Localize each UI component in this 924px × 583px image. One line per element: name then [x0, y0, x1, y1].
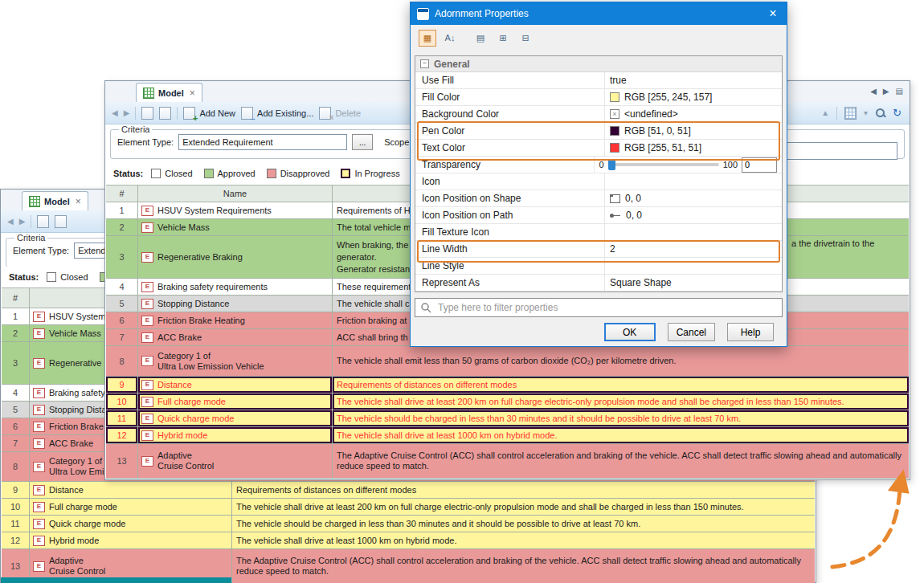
row-text: The vehicle should be charged in less th…	[232, 516, 815, 532]
scope-input[interactable]	[777, 142, 897, 160]
property-row[interactable]: Fill Texture Icon	[415, 224, 782, 241]
cancel-button[interactable]: Cancel	[668, 323, 715, 341]
table-row-adorned[interactable]: 11Quick charge modeThe vehicle should be…	[106, 410, 909, 427]
table-row-adorned[interactable]: 12Hybrid modeThe vehicle shall drive at …	[106, 427, 909, 444]
back-icon[interactable]: ◀	[7, 217, 14, 226]
requirement-icon	[33, 388, 45, 398]
transparency-slider[interactable]	[608, 163, 719, 166]
row-number: 9	[2, 482, 30, 498]
forward-icon[interactable]: ▶	[124, 108, 130, 117]
property-row[interactable]: Background Color×<undefined>	[415, 106, 782, 123]
requirement-icon	[33, 561, 45, 572]
table-row[interactable]: 9DistanceRequirements of distances on di…	[2, 482, 815, 499]
table-row[interactable]: 12Hybrid modeThe vehicle shall drive at …	[2, 532, 815, 549]
properties-grid: −General Use Filltrue Fill ColorRGB [255…	[415, 55, 783, 292]
number-column-header[interactable]: #	[2, 288, 30, 308]
search-icon[interactable]	[875, 108, 885, 118]
property-row[interactable]: Represent AsSquare Shape	[415, 275, 782, 292]
collapse-panel-icon[interactable]: ▲	[821, 108, 829, 117]
caret-down-icon[interactable]: ▾	[864, 108, 868, 117]
tab-prev-icon[interactable]: ◀	[870, 87, 877, 96]
expand-all-icon[interactable]: ⊞	[494, 30, 512, 47]
report-icon[interactable]	[159, 107, 171, 120]
copy-icon[interactable]	[37, 215, 49, 228]
row-text: Requirements of distances on different m…	[333, 377, 909, 393]
copy-icon[interactable]	[141, 107, 153, 120]
slider-thumb[interactable]	[608, 159, 615, 170]
element-type-input[interactable]	[178, 134, 347, 150]
scope-label: Scope	[384, 137, 409, 147]
collapse-all-icon[interactable]: ⊟	[517, 30, 534, 47]
slider-max-label: 100	[723, 160, 738, 169]
row-number: 7	[2, 435, 30, 451]
closed-status-checkbox[interactable]	[151, 169, 161, 178]
table-view-icon[interactable]	[844, 107, 857, 120]
property-row[interactable]: Pen ColorRGB [51, 0, 51]	[415, 123, 782, 140]
dialog-titlebar[interactable]: Adornment Properties ×	[411, 2, 787, 25]
row-number: 5	[2, 402, 30, 418]
annotation-arrow	[821, 459, 922, 576]
row-name: Vehicle Mass	[138, 219, 333, 235]
number-column-header[interactable]: #	[106, 186, 138, 202]
horizontal-scrollbar[interactable]	[1, 577, 231, 583]
add-existing-button[interactable]: Add Existing...	[241, 107, 313, 120]
path-position-icon	[610, 212, 621, 219]
table-row[interactable]: 10Full charge modeThe vehicle shall driv…	[2, 499, 815, 516]
categorized-view-icon[interactable]: ▦	[419, 30, 436, 47]
property-row[interactable]: Fill ColorRGB [255, 245, 157]	[415, 89, 782, 106]
table-row[interactable]: 13AdaptiveCruise ControlThe Adaptive Cru…	[106, 444, 909, 479]
row-number: 8	[2, 452, 30, 481]
property-row[interactable]: Use Filltrue	[415, 72, 782, 89]
tab-close-icon[interactable]: ×	[190, 88, 195, 99]
disapproved-status-checkbox[interactable]	[267, 169, 276, 178]
table-row[interactable]: 8Category 1 ofUltra Low Emission Vehicle…	[106, 346, 909, 377]
transparency-input[interactable]	[742, 157, 777, 173]
dialog-close-icon[interactable]: ×	[759, 2, 787, 25]
filter-properties-input[interactable]	[436, 301, 777, 314]
refresh-icon[interactable]: ↻	[893, 107, 902, 119]
tab-close-icon[interactable]: ×	[76, 196, 81, 207]
tab-next-icon[interactable]: ▶	[883, 87, 889, 96]
requirement-icon	[33, 438, 45, 449]
section-general[interactable]: −General	[415, 56, 782, 72]
row-number: 12	[106, 427, 138, 443]
property-value: RGB [51, 0, 51]	[624, 125, 691, 137]
toolbar-right-group: ▲ ▾ ↻	[821, 102, 902, 124]
ok-button[interactable]: OK	[604, 323, 656, 341]
collapse-section-icon[interactable]: −	[420, 59, 429, 68]
tab-list-icon[interactable]: ▤	[896, 87, 903, 96]
tab-label: Model	[158, 88, 184, 98]
add-existing-icon	[241, 107, 253, 120]
delete-button[interactable]: Delete	[319, 107, 361, 120]
table-row-adorned[interactable]: 9DistanceRequirements of distances on di…	[106, 377, 909, 393]
report-icon[interactable]	[55, 215, 67, 228]
property-row[interactable]: Text ColorRGB [255, 51, 51]	[415, 140, 782, 157]
name-column-header[interactable]: Name	[138, 186, 333, 202]
property-row[interactable]: Transparency0100	[415, 157, 782, 173]
row-text: The vehicle shall drive at least 200 km …	[333, 393, 909, 410]
property-row[interactable]: Icon	[415, 173, 782, 190]
closed-status-checkbox[interactable]	[47, 272, 56, 282]
property-row[interactable]: Icon Position on Shape0, 0	[415, 190, 782, 207]
description-pane-icon[interactable]: ▤	[472, 30, 489, 47]
add-new-button[interactable]: Add New	[183, 107, 235, 120]
inprogress-status-checkbox[interactable]	[341, 169, 350, 178]
back-icon[interactable]: ◀	[112, 108, 118, 117]
property-value: RGB [255, 245, 157]	[624, 92, 712, 103]
help-button[interactable]: Help	[727, 323, 774, 341]
tab-model[interactable]: Model ×	[136, 83, 202, 102]
row-name: Quick charge mode	[138, 410, 333, 426]
sort-alphabetically-icon[interactable]: A↓	[441, 30, 459, 47]
table-row-adorned[interactable]: 10Full charge modeThe vehicle shall driv…	[106, 393, 909, 410]
property-row[interactable]: Icon Position on Path0, 0	[415, 207, 782, 224]
tab-model[interactable]: Model ×	[22, 191, 88, 210]
browse-button[interactable]: ...	[352, 134, 373, 150]
row-name: Full charge mode	[138, 393, 333, 410]
property-row[interactable]: Line Width2	[415, 241, 782, 258]
dialog-title: Adornment Properties	[435, 8, 529, 19]
shape-position-icon	[610, 194, 620, 203]
table-row[interactable]: 11Quick charge modeThe vehicle should be…	[2, 516, 815, 532]
approved-status-checkbox[interactable]	[204, 169, 214, 178]
forward-icon[interactable]: ▶	[19, 217, 26, 226]
property-row[interactable]: Line Style	[415, 258, 782, 275]
